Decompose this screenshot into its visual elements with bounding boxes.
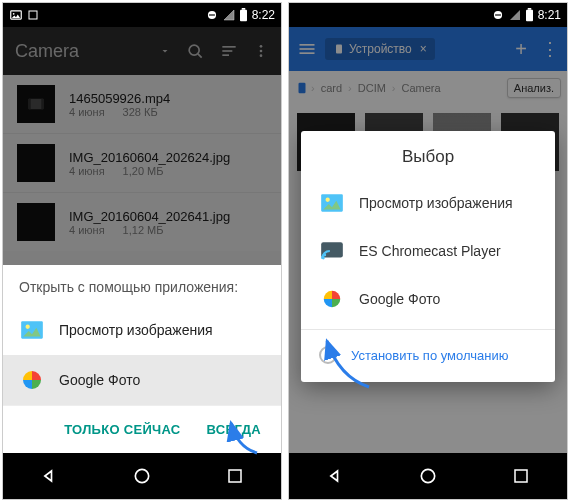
- svg-rect-26: [526, 10, 533, 21]
- app-label: Google Фото: [59, 372, 140, 388]
- svg-marker-5: [224, 10, 234, 20]
- svg-point-36: [322, 257, 325, 260]
- recents-button[interactable]: [509, 464, 533, 488]
- google-photos-icon: [319, 286, 345, 312]
- no-sim-icon: [509, 8, 521, 22]
- screenshot-icon: [27, 9, 39, 21]
- battery-icon: [525, 8, 534, 22]
- nav-bar: [289, 453, 567, 499]
- svg-rect-2: [29, 11, 37, 19]
- open-with-dialog: Выбор Просмотр изображения ES Chromecast…: [301, 131, 555, 382]
- gallery-icon: [19, 317, 45, 343]
- svg-rect-22: [229, 470, 241, 482]
- svg-point-34: [326, 198, 330, 202]
- recents-button[interactable]: [223, 464, 247, 488]
- svg-rect-27: [527, 8, 531, 10]
- right-screen: 8:21 Устройство × + ⋮ › card › DCIM ›: [288, 2, 568, 500]
- dnd-icon: [205, 8, 219, 22]
- back-button[interactable]: [37, 464, 61, 488]
- app-option-gallery[interactable]: Просмотр изображения: [3, 305, 281, 355]
- svg-point-21: [135, 469, 148, 482]
- home-button[interactable]: [416, 464, 440, 488]
- app-option-google-photos[interactable]: Google Фото: [301, 275, 555, 323]
- gallery-icon: [319, 190, 345, 216]
- svg-point-37: [421, 469, 434, 482]
- svg-rect-7: [241, 8, 245, 10]
- app-label: Просмотр изображения: [59, 322, 213, 338]
- left-screen: 8:22 Camera 1465059926.mp4 4 июня328 КБ: [2, 2, 282, 500]
- set-default-row[interactable]: Установить по умолчанию: [301, 336, 555, 378]
- app-chooser-sheet: Открыть с помощью приложения: Просмотр и…: [3, 265, 281, 453]
- status-bar: 8:22: [3, 3, 281, 27]
- app-label: Google Фото: [359, 291, 440, 307]
- app-label: Просмотр изображения: [359, 195, 513, 211]
- app-label: ES Chromecast Player: [359, 243, 501, 259]
- app-option-gallery[interactable]: Просмотр изображения: [301, 179, 555, 227]
- dnd-icon: [491, 8, 505, 22]
- home-button[interactable]: [130, 464, 154, 488]
- back-button[interactable]: [323, 464, 347, 488]
- no-sim-icon: [223, 8, 235, 22]
- image-icon: [9, 8, 23, 22]
- dialog-title: Выбор: [301, 131, 555, 179]
- battery-icon: [239, 8, 248, 22]
- svg-rect-24: [495, 14, 501, 15]
- just-once-button[interactable]: ТОЛЬКО СЕЙЧАС: [54, 414, 190, 445]
- nav-bar: [3, 453, 281, 499]
- set-default-label: Установить по умолчанию: [351, 348, 508, 363]
- svg-point-1: [13, 13, 15, 15]
- svg-point-20: [26, 325, 30, 329]
- always-button[interactable]: ВСЕГДА: [197, 414, 271, 445]
- chooser-title: Открыть с помощью приложения:: [3, 265, 281, 305]
- app-option-google-photos[interactable]: Google Фото: [3, 355, 281, 405]
- google-photos-icon: [19, 367, 45, 393]
- app-option-chromecast[interactable]: ES Chromecast Player: [301, 227, 555, 275]
- status-bar: 8:21: [289, 3, 567, 27]
- svg-marker-25: [510, 10, 520, 20]
- svg-rect-38: [515, 470, 527, 482]
- clock: 8:22: [252, 8, 275, 22]
- svg-rect-4: [209, 14, 215, 15]
- svg-rect-6: [240, 10, 247, 21]
- clock: 8:21: [538, 8, 561, 22]
- radio-unchecked-icon[interactable]: [319, 346, 337, 364]
- chromecast-icon: [319, 238, 345, 264]
